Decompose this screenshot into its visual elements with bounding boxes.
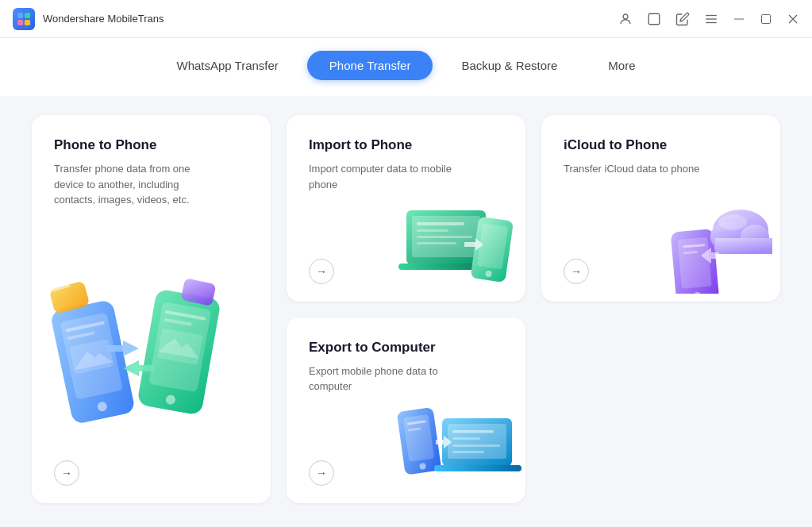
svg-rect-53 xyxy=(448,424,506,459)
svg-rect-9 xyxy=(734,18,744,19)
svg-rect-17 xyxy=(67,331,95,340)
svg-rect-33 xyxy=(417,242,456,244)
card-import-to-phone-arrow[interactable]: → xyxy=(309,259,334,284)
close-button[interactable] xyxy=(787,13,799,25)
card-phone-to-phone-desc: Transfer phone data from one device to a… xyxy=(54,161,213,208)
svg-point-4 xyxy=(623,14,628,19)
title-bar-controls xyxy=(618,12,799,26)
svg-rect-58 xyxy=(452,451,484,453)
svg-rect-2 xyxy=(17,19,23,25)
svg-rect-5 xyxy=(648,13,660,25)
app-icon xyxy=(13,8,35,30)
card-export-to-computer[interactable]: Export to Computer Export mobile phone d… xyxy=(287,317,525,504)
title-bar-left: Wondershare MobileTrans xyxy=(13,8,164,30)
svg-rect-13 xyxy=(50,299,136,425)
svg-rect-30 xyxy=(417,222,464,225)
svg-rect-25 xyxy=(49,281,90,315)
menu-icon[interactable] xyxy=(704,12,718,26)
svg-point-15 xyxy=(97,401,108,412)
icloud-illustration xyxy=(649,190,776,294)
svg-rect-0 xyxy=(17,12,23,17)
tab-more[interactable]: More xyxy=(586,51,657,80)
svg-rect-24 xyxy=(157,328,203,364)
card-phone-to-phone-arrow[interactable]: → xyxy=(54,460,79,486)
svg-rect-55 xyxy=(452,430,494,433)
svg-rect-26 xyxy=(181,278,217,306)
tab-phone-transfer[interactable]: Phone Transfer xyxy=(307,51,433,80)
svg-rect-32 xyxy=(417,236,472,238)
svg-point-46 xyxy=(718,214,747,230)
card-import-to-phone-title: Import to Phone xyxy=(309,137,503,153)
svg-point-21 xyxy=(165,394,176,406)
svg-rect-23 xyxy=(164,318,192,326)
svg-rect-14 xyxy=(60,313,122,400)
svg-rect-45 xyxy=(715,238,772,254)
edit-icon[interactable] xyxy=(675,12,690,26)
main-content: Phone to Phone Transfer phone data from … xyxy=(0,96,812,527)
card-icloud-to-phone-desc: Transfer iCloud data to phone xyxy=(564,161,722,177)
card-icloud-to-phone-title: iCloud to Phone xyxy=(564,137,758,153)
card-icloud-to-phone[interactable]: iCloud to Phone Transfer iCloud data to … xyxy=(541,115,780,302)
nav-bar: WhatsApp Transfer Phone Transfer Backup … xyxy=(0,38,812,96)
card-import-to-phone[interactable]: Import to Phone Import computer data to … xyxy=(287,115,525,302)
minimize-button[interactable] xyxy=(733,13,745,25)
import-illustration xyxy=(394,194,518,290)
svg-rect-10 xyxy=(762,14,771,23)
svg-rect-54 xyxy=(434,465,521,471)
card-export-to-computer-desc: Export mobile phone data to computer xyxy=(309,364,468,394)
svg-rect-19 xyxy=(137,289,221,416)
tab-whatsapp-transfer[interactable]: WhatsApp Transfer xyxy=(154,51,300,80)
card-export-to-computer-title: Export to Computer xyxy=(309,340,503,356)
card-phone-to-phone[interactable]: Phone to Phone Transfer phone data from … xyxy=(32,115,271,503)
app-title: Wondershare MobileTrans xyxy=(43,13,164,25)
maximize-button[interactable] xyxy=(760,13,772,25)
svg-rect-22 xyxy=(165,310,206,321)
export-illustration xyxy=(394,396,518,491)
svg-rect-16 xyxy=(65,321,105,332)
svg-rect-1 xyxy=(25,12,30,17)
svg-rect-56 xyxy=(452,437,480,440)
card-import-to-phone-desc: Import computer data to mobile phone xyxy=(309,161,468,192)
card-export-to-computer-arrow[interactable]: → xyxy=(309,460,334,486)
svg-rect-3 xyxy=(25,19,30,25)
svg-rect-18 xyxy=(69,339,114,375)
window-icon[interactable] xyxy=(647,12,661,26)
card-phone-to-phone-title: Phone to Phone xyxy=(54,137,248,153)
svg-rect-20 xyxy=(148,302,211,392)
card-icloud-to-phone-arrow[interactable]: → xyxy=(564,259,589,284)
title-bar: Wondershare MobileTrans xyxy=(0,0,812,38)
profile-icon[interactable] xyxy=(618,12,633,26)
tab-backup-restore[interactable]: Backup & Restore xyxy=(439,51,579,80)
svg-rect-57 xyxy=(452,444,500,447)
svg-rect-31 xyxy=(417,229,448,232)
